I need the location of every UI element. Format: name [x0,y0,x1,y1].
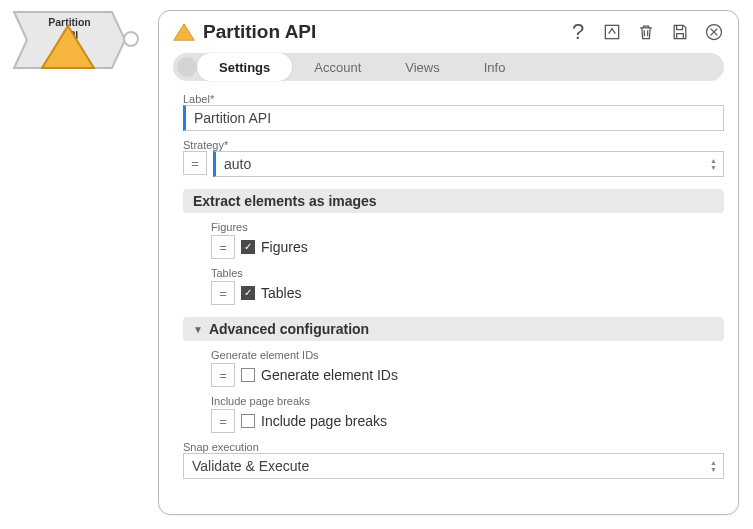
pagebreaks-field-title: Include page breaks [211,395,724,407]
panel-header: Partition API ? [159,11,738,49]
tab-views[interactable]: Views [383,53,461,81]
svg-rect-0 [605,25,618,38]
panel-body: Label* Strategy* = auto ▲▼ Extract eleme… [159,81,738,514]
triangle-icon [40,24,96,70]
properties-panel: Partition API ? Settings Account Views I… [158,10,739,515]
figures-expression-button[interactable]: = [211,235,235,259]
section-advanced-configuration[interactable]: ▼ Advanced configuration [183,317,724,341]
pagebreaks-checkbox[interactable] [241,414,255,428]
pagebreaks-checkbox-label: Include page breaks [261,413,387,429]
triangle-icon [173,21,195,43]
strategy-expression-button[interactable]: = [183,151,207,175]
strategy-select-value: auto [224,156,251,172]
tab-bar: Settings Account Views Info [173,53,724,81]
tab-lead-indicator [177,57,197,77]
chevron-updown-icon: ▲▼ [710,158,717,171]
figures-checkbox-label: Figures [261,239,308,255]
canvas-node-partition-api[interactable]: Partition API [12,10,127,70]
snap-execution-select[interactable]: Validate & Execute ▲▼ [183,453,724,479]
tables-checkbox[interactable] [241,286,255,300]
export-icon[interactable] [602,22,622,42]
panel-title: Partition API [203,21,316,43]
close-icon[interactable] [704,22,724,42]
tables-field-title: Tables [211,267,724,279]
pagebreaks-expression-button[interactable]: = [211,409,235,433]
chevron-down-icon: ▼ [193,324,203,335]
tab-settings[interactable]: Settings [197,53,292,81]
figures-field-title: Figures [211,221,724,233]
tab-account[interactable]: Account [292,53,383,81]
genids-expression-button[interactable]: = [211,363,235,387]
tables-checkbox-label: Tables [261,285,301,301]
strategy-select[interactable]: auto ▲▼ [213,151,724,177]
help-icon[interactable]: ? [568,22,588,42]
tab-info[interactable]: Info [462,53,528,81]
save-icon[interactable] [670,22,690,42]
genids-field-title: Generate element IDs [211,349,724,361]
snap-execution-value: Validate & Execute [192,458,309,474]
genids-checkbox[interactable] [241,368,255,382]
chevron-updown-icon: ▲▼ [710,460,717,473]
node-output-port[interactable] [123,31,139,47]
trash-icon[interactable] [636,22,656,42]
label-field-title: Label* [183,93,724,105]
strategy-field-title: Strategy* [183,139,724,151]
tables-expression-button[interactable]: = [211,281,235,305]
genids-checkbox-label: Generate element IDs [261,367,398,383]
snap-field-title: Snap execution [183,441,724,453]
label-input[interactable] [183,105,724,131]
section-extract-elements[interactable]: Extract elements as images [183,189,724,213]
figures-checkbox[interactable] [241,240,255,254]
